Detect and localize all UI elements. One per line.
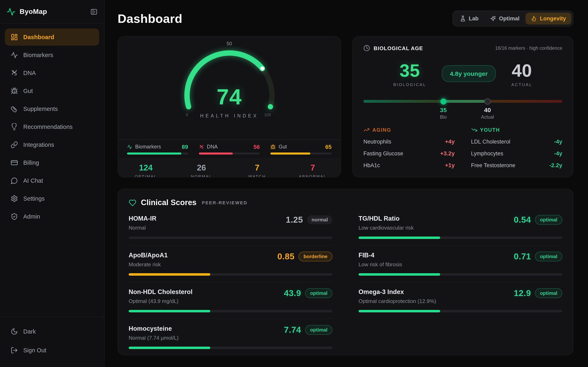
health-index-gauge: 50 0 100 74 HEALTH INDEX — [118, 37, 341, 140]
marker-label: Lymphocytes — [471, 150, 503, 156]
actual-tick-label: Actual — [481, 115, 494, 119]
sidebar-item-billing[interactable]: Billing — [5, 154, 99, 171]
youth-row: Lymphocytes -4y — [471, 150, 562, 157]
sparkles-icon — [490, 16, 496, 22]
count-label: OPTIMAL — [118, 174, 174, 177]
score-bar — [359, 310, 440, 312]
count-label: ABNORMAL — [285, 174, 341, 177]
score-subtitle: Normal — [129, 225, 156, 231]
sidebar-item-settings[interactable]: Settings — [5, 190, 99, 207]
marker-label: Fasting Glucose — [363, 150, 403, 156]
status-badge: optimal — [535, 215, 562, 225]
sidebar-item-dashboard[interactable]: Dashboard — [5, 29, 99, 46]
clinical-right-column: TG/HDL Ratio Low cardiovascular risk 0.5… — [359, 209, 562, 355]
biological-age-label: BIOLOGICAL — [393, 82, 426, 87]
biological-age-value: 35 — [393, 60, 426, 81]
sidebar-item-label: Gut — [23, 88, 33, 94]
actual-age-handle[interactable] — [484, 98, 491, 105]
sidebar-item-label: DNA — [23, 70, 36, 76]
aging-row: HbA1c +1y — [363, 162, 455, 168]
peer-reviewed-tag: PEER-REVIEWED — [202, 200, 247, 205]
sidebar-item-recommendations[interactable]: Recommendations — [5, 118, 99, 135]
gauge-tick-50: 50 — [118, 41, 341, 47]
dashboard-icon — [11, 33, 18, 41]
marker-value: +4y — [445, 138, 455, 145]
sidebar-item-supplements[interactable]: Supplements — [5, 100, 99, 117]
score-row-apob-apoa1: ApoB/ApoA1 Moderate risk 0.85 borderline — [129, 245, 332, 282]
score-row-tg-hdl: TG/HDL Ratio Low cardiovascular risk 0.5… — [359, 209, 562, 245]
count-label: NORMAL — [174, 174, 229, 177]
youth-title: YOUTH — [480, 127, 500, 133]
segment-bar — [270, 152, 310, 154]
status-badge: normal — [307, 215, 332, 224]
bio-age-tick: 35 Bio — [440, 106, 447, 119]
sidebar-item-label: Supplements — [23, 106, 58, 112]
sidebar-item-admin[interactable]: Admin — [5, 208, 99, 225]
score-subtitle: Moderate risk — [129, 261, 168, 267]
byomap-logo-icon — [7, 7, 16, 16]
sidebar-collapse-icon[interactable] — [90, 8, 98, 15]
sidebar-item-dna[interactable]: DNA — [5, 64, 99, 82]
score-name: Omega-3 Index — [359, 288, 436, 296]
shield-check-icon — [11, 213, 18, 220]
count-watch: 7 WATCH — [229, 163, 285, 177]
score-value: 0.71 — [514, 252, 531, 261]
actual-age-value-block: 40 ACTUAL — [511, 60, 532, 87]
mode-optimal[interactable]: Optimal — [485, 13, 525, 25]
score-name: ApoB/ApoA1 — [129, 252, 168, 259]
bio-age-confidence: 16/16 markers · high confidence — [495, 46, 562, 50]
bio-age-handle[interactable] — [440, 98, 447, 104]
sidebar-item-ai-chat[interactable]: AI Chat — [5, 172, 99, 189]
score-subtitle: Low cardiovascular risk — [359, 225, 414, 231]
mode-label: Longevity — [540, 16, 566, 22]
score-row-homa-ir: HOMA-IR Normal 1.25 normal — [129, 209, 332, 245]
health-index-breakdown: Biomarkers 89 DNA 56 — [118, 140, 341, 158]
sign-out-button[interactable]: Sign Out — [5, 342, 99, 359]
bug-icon — [270, 144, 276, 150]
marker-value: +1y — [445, 162, 455, 168]
count-abnormal: 7 ABNORMAL — [285, 163, 341, 177]
segment-value: 89 — [182, 143, 188, 150]
count-value: 124 — [118, 163, 174, 172]
score-name: FIB-4 — [359, 252, 402, 259]
score-bar — [359, 236, 440, 239]
theme-toggle[interactable]: Dark — [5, 323, 99, 340]
activity-icon — [11, 51, 18, 59]
score-value: 7.74 — [284, 325, 301, 335]
clinical-scores-title: Clinical Scores — [141, 198, 196, 207]
status-badge: borderline — [299, 252, 332, 261]
sidebar-item-gut[interactable]: Gut — [5, 82, 99, 100]
segment-gut: Gut 65 — [270, 143, 332, 154]
segment-value: 65 — [325, 143, 332, 150]
score-value: 0.85 — [277, 252, 294, 261]
actual-age-value: 40 — [511, 60, 532, 81]
log-out-icon — [11, 347, 18, 354]
health-index-caption: HEALTH INDEX — [118, 113, 341, 118]
mode-lab[interactable]: Lab — [454, 13, 484, 25]
score-bar — [129, 347, 210, 349]
count-value: 7 — [229, 163, 285, 172]
score-name: Homocysteine — [129, 325, 179, 332]
marker-label: HbA1c — [363, 162, 380, 168]
count-optimal: 124 OPTIMAL — [118, 163, 174, 177]
aging-row: Fasting Glucose +3.2y — [363, 150, 455, 157]
main-content: Dashboard Lab Optimal Longevity — [104, 0, 588, 367]
mode-longevity[interactable]: Longevity — [526, 13, 571, 25]
sidebar-item-integrations[interactable]: Integrations — [5, 136, 99, 153]
lightbulb-icon — [11, 123, 18, 131]
age-slider-range — [443, 100, 488, 103]
status-badge: optimal — [305, 288, 332, 298]
page-title: Dashboard — [118, 12, 182, 25]
score-value: 1.25 — [286, 215, 303, 225]
bug-icon — [11, 87, 18, 95]
sidebar-item-biomarkers[interactable]: Biomarkers — [5, 47, 99, 64]
score-name: HOMA-IR — [129, 215, 156, 222]
count-value: 26 — [174, 163, 229, 172]
link-icon — [11, 141, 18, 149]
sidebar-item-label: Dashboard — [23, 34, 54, 40]
aging-column: AGING Neutrophils +4y Fasting Glucose +3… — [363, 127, 455, 168]
marker-value: -4y — [554, 138, 562, 145]
trending-up-icon — [363, 127, 370, 133]
sidebar-item-label: Settings — [23, 195, 45, 202]
score-row-homocysteine: Homocysteine Normal (7.74 µmol/L) 7.74 o… — [129, 319, 332, 355]
